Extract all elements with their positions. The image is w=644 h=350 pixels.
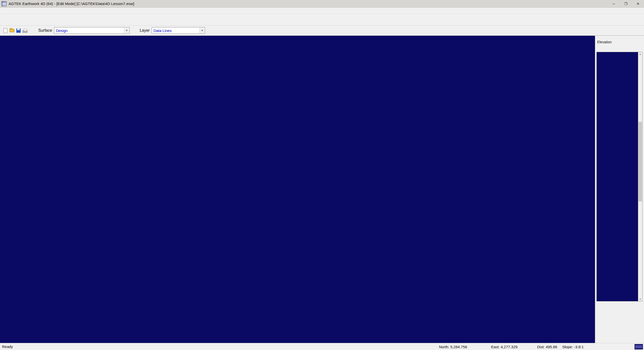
scrollbar-thumb[interactable] [638, 122, 642, 201]
title-bar: 4D AGTEK Earthwork 4D (64) - [Edit Mode]… [0, 0, 644, 8]
elevation-scrollbar[interactable]: ∧ ∨ [638, 52, 642, 301]
close-button[interactable]: ✕ [632, 0, 644, 7]
surface-label: Surface [38, 28, 52, 33]
status-bar: Ready North: 5,284.756 East: 4,277.329 D… [0, 343, 644, 350]
status-ready: Ready [0, 344, 13, 349]
open-file-icon[interactable] [9, 27, 15, 34]
status-east: East: 4,277.329 [491, 344, 517, 349]
status-north: North: 5,284.756 [439, 344, 467, 349]
window-title: AGTEK Earthwork 4D (64) - [Edit Mode] [C… [9, 2, 134, 6]
surface-select[interactable]: Design ▼ [54, 27, 130, 34]
layer-label: Layer [140, 28, 150, 33]
surface-value: Design [56, 28, 68, 33]
layer-select[interactable]: Data Lines ▼ [152, 27, 205, 34]
work-area: Elevation ∧ ∨ [0, 36, 644, 343]
chevron-down-icon[interactable]: ▼ [124, 28, 129, 33]
chevron-down-icon[interactable]: ▼ [199, 28, 205, 33]
drawing-canvas[interactable] [0, 36, 595, 343]
status-dist: Dist: 495.86 [537, 344, 557, 349]
layer-value: Data Lines [153, 28, 172, 33]
main-toolbar [0, 14, 644, 26]
right-panel: Elevation ∧ ∨ [595, 36, 644, 343]
elevation-label: Elevation [597, 40, 644, 44]
new-file-icon[interactable] [2, 27, 9, 34]
app-icon: 4D [2, 1, 7, 6]
elevation-list[interactable]: ∧ ∨ [596, 52, 642, 301]
scroll-up-icon[interactable]: ∧ [638, 52, 642, 56]
menu-bar [0, 8, 644, 14]
secondary-toolbar: Surface Design ▼ Layer Data Lines ▼ [0, 26, 644, 36]
print-icon[interactable] [22, 27, 28, 34]
maximize-button[interactable]: ❐ [620, 0, 632, 7]
layers-status-icon [634, 344, 643, 349]
minimize-button[interactable]: ─ [608, 0, 620, 7]
save-icon[interactable] [15, 27, 22, 34]
scroll-down-icon[interactable]: ∨ [638, 297, 642, 301]
status-slope: Slope: -3.8:1 [562, 344, 584, 349]
